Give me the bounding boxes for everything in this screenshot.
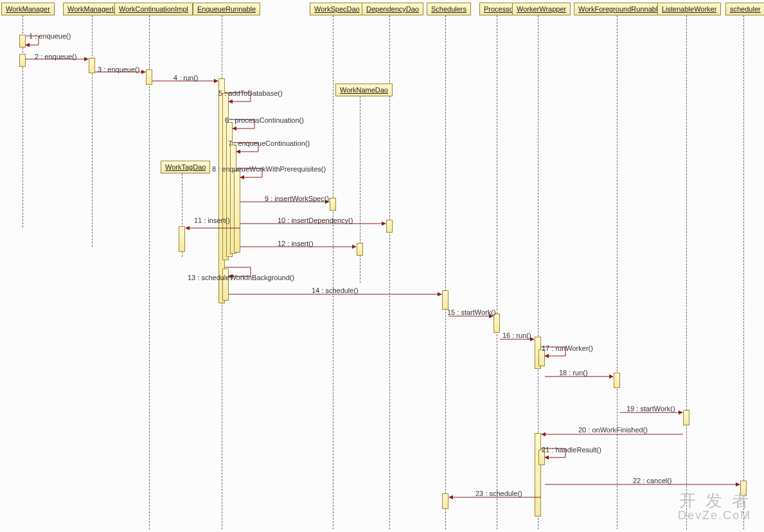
activation <box>614 373 620 388</box>
participant-label: WorkerWrapper <box>517 5 566 13</box>
lifeline-workmanagerimpl <box>92 15 93 247</box>
participant-schedulers: Schedulers <box>427 3 471 15</box>
msg-9: 9 : insertWorkSpec() <box>265 195 329 202</box>
msg-21: 21 : handleResult() <box>542 446 601 454</box>
msg-4: 4 : run() <box>173 74 199 82</box>
msg-22: 22 : cancel() <box>633 477 672 484</box>
activation <box>357 243 363 256</box>
participant-dependencydao: DependencyDao <box>362 3 423 15</box>
msg-5: 5 : addToDatabase() <box>218 89 283 97</box>
activation <box>683 410 689 425</box>
msg-18: 18 : run() <box>559 369 588 377</box>
participant-label: Processor <box>484 5 516 13</box>
participant-enqueuerunnable: EnqueueRunnable <box>193 3 260 15</box>
lifeline-workforegroundrunnable <box>617 15 617 529</box>
activation <box>146 69 152 85</box>
participant-label: WorkNameDao <box>340 86 388 94</box>
msg-20: 20 : onWorkFinished() <box>578 426 648 434</box>
msg-14: 14 : schedule() <box>312 287 359 294</box>
activation <box>234 170 240 253</box>
msg-8: 8 : enqueueWorkWithPrerequisites() <box>212 165 326 173</box>
msg-6: 6 : processContinuation() <box>225 116 304 124</box>
lifeline-schedulers <box>445 15 446 529</box>
lifeline-workcontinuationimpl <box>149 15 150 529</box>
participant-label: DependencyDao <box>366 5 419 13</box>
msg-1: 1 : enqueue() <box>29 32 71 40</box>
participant-workforegroundrunnable: WorkForegroundRunnable <box>574 3 666 15</box>
activation <box>179 226 185 252</box>
participant-workerwrapper: WorkerWrapper <box>512 3 571 15</box>
msg-12: 12 : insert() <box>278 240 314 247</box>
participant-worknamedao: WorkNameDao <box>335 84 393 96</box>
participant-label: EnqueueRunnable <box>197 5 256 13</box>
msg-23: 23 : schedule() <box>475 490 522 497</box>
activation <box>442 290 449 310</box>
participant-label: WorkContinuationImpl <box>119 5 188 13</box>
participant-label: Schedulers <box>431 5 466 13</box>
participant-label: WorkSpecDao <box>314 5 360 13</box>
activation <box>493 314 500 333</box>
watermark-line2: DevZe.CoM <box>678 510 751 522</box>
participant-label: ListenableWorker <box>662 5 716 13</box>
activation <box>19 54 26 67</box>
msg-10: 10 : insertDependency() <box>278 217 353 224</box>
activation <box>442 493 449 509</box>
lifeline-workspecdao <box>333 15 333 529</box>
participant-label: WorkManager <box>6 5 50 13</box>
participant-label: WorkForegroundRunnable <box>578 5 661 13</box>
lifeline-scheduler <box>743 15 744 529</box>
activation <box>19 35 26 48</box>
msg-17: 17 : runWorker() <box>542 344 593 352</box>
msg-13: 13 : scheduleWorkInBackground() <box>188 274 294 281</box>
activation <box>535 433 541 517</box>
watermark: 开 发 者 DevZe.CoM <box>678 492 751 522</box>
participant-workcontinuationimpl: WorkContinuationImpl <box>114 3 193 15</box>
msg-7: 7 : enqueueContinuation() <box>228 139 310 147</box>
participant-workspecdao: WorkSpecDao <box>310 3 364 15</box>
participant-label: WorkTagDao <box>165 163 206 171</box>
participant-listenableworker: ListenableWorker <box>657 3 721 15</box>
msg-16: 16 : run() <box>502 332 531 339</box>
lifeline-listenableworker <box>686 15 687 529</box>
msg-2: 2 : enqueue() <box>35 53 76 60</box>
lifeline-processor <box>497 15 497 529</box>
watermark-line1: 开 发 者 <box>678 492 751 510</box>
participant-worktagdao: WorkTagDao <box>161 161 210 173</box>
participant-label: scheduler <box>730 5 761 13</box>
msg-3: 3 : enqueue() <box>98 66 139 73</box>
participant-workmanager: WorkManager <box>1 3 55 15</box>
msg-15: 15 : startWork() <box>447 308 496 316</box>
msg-19: 19 : startWork() <box>626 405 675 412</box>
activation <box>330 198 336 211</box>
participant-scheduler: scheduler <box>725 3 764 15</box>
activation <box>89 58 95 73</box>
activation <box>386 220 393 233</box>
msg-11: 11 : insert() <box>194 217 230 224</box>
